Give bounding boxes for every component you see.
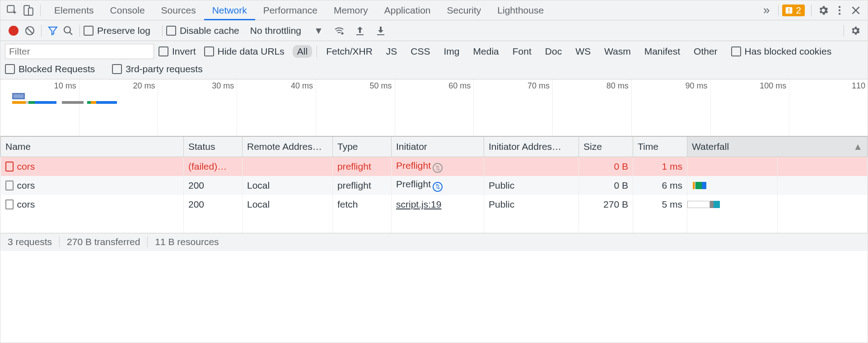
svg-point-10: [64, 27, 70, 33]
filter-chip-ws[interactable]: WS: [571, 45, 595, 58]
timeline-overview[interactable]: 10 ms20 ms30 ms40 ms50 ms60 ms70 ms80 ms…: [0, 79, 868, 136]
timeline-tick: 110: [0, 79, 868, 136]
close-devtools-icon[interactable]: [848, 2, 864, 19]
col-initiator-address[interactable]: Initiator Addres…: [484, 137, 579, 157]
filter-chip-wasm[interactable]: Wasm: [600, 45, 635, 58]
cell-type: preflight: [333, 176, 392, 195]
search-icon[interactable]: [61, 23, 76, 38]
col-initiator[interactable]: Initiator: [392, 137, 484, 157]
checkbox-icon[interactable]: [159, 46, 168, 56]
tab-memory[interactable]: Memory: [326, 0, 376, 20]
device-toolbar-icon[interactable]: [20, 2, 37, 19]
svg-point-8: [839, 13, 840, 14]
cell-size: 270 B: [579, 195, 633, 214]
col-status[interactable]: Status: [184, 137, 243, 157]
settings-icon[interactable]: [815, 2, 831, 19]
cell-initiator: script.js:19: [392, 195, 484, 214]
checkbox-icon[interactable]: [5, 64, 15, 74]
disable-cache-checkbox[interactable]: Disable cache: [166, 25, 239, 36]
cell-initiator-address: [484, 157, 579, 176]
status-bar: 3 requests 270 B transferred 11 B resour…: [0, 233, 868, 251]
file-icon: [5, 199, 14, 209]
col-type[interactable]: Type: [333, 137, 392, 157]
cell-initiator: Preflight⇅: [392, 176, 484, 195]
preserve-log-checkbox[interactable]: Preserve log: [84, 25, 150, 36]
tab-security[interactable]: Security: [439, 0, 489, 20]
network-conditions-icon[interactable]: [331, 23, 347, 38]
sort-arrow-icon: ▲: [853, 141, 863, 152]
svg-rect-5: [789, 12, 789, 13]
request-row[interactable]: cors(failed)…preflightPreflight⇅0 B1 ms: [1, 157, 868, 176]
svg-point-6: [839, 6, 840, 8]
initiator-link[interactable]: script.js:19: [396, 199, 441, 209]
blocked-requests-checkbox[interactable]: Blocked Requests: [5, 64, 95, 74]
filter-chip-img[interactable]: Img: [439, 45, 464, 58]
checkbox-icon[interactable]: [112, 64, 122, 74]
status-resources: 11 B resources: [148, 236, 226, 247]
svg-rect-13: [377, 34, 384, 35]
svg-rect-0: [7, 5, 14, 12]
cell-waterfall: [687, 157, 778, 176]
checkbox-icon[interactable]: [731, 46, 741, 56]
filter-chip-css[interactable]: CSS: [406, 45, 434, 58]
has-blocked-cookies-checkbox[interactable]: Has blocked cookies: [731, 46, 832, 57]
clear-icon[interactable]: [22, 23, 37, 38]
col-name[interactable]: Name: [1, 137, 184, 157]
col-remote-address[interactable]: Remote Addres…: [243, 137, 333, 157]
warnings-badge[interactable]: 2: [782, 5, 805, 16]
checkbox-icon[interactable]: [84, 26, 93, 36]
record-button[interactable]: [9, 26, 19, 36]
filter-chip-font[interactable]: Font: [508, 45, 536, 58]
col-time[interactable]: Time: [633, 137, 687, 157]
cell-name: cors: [1, 195, 184, 214]
timeline-tick-label: 110: [852, 81, 865, 91]
filter-chip-doc[interactable]: Doc: [541, 45, 566, 58]
cell-name: cors: [1, 176, 184, 195]
preserve-log-label: Preserve log: [97, 25, 150, 36]
separator: [41, 25, 42, 37]
col-waterfall[interactable]: Waterfall ▲: [687, 137, 868, 157]
file-icon: [5, 162, 14, 172]
filter-chip-media[interactable]: Media: [469, 45, 504, 58]
download-har-icon[interactable]: [373, 23, 388, 38]
devtools-tabbar: ElementsConsoleSourcesNetworkPerformance…: [0, 0, 868, 20]
cell-remote: [243, 157, 333, 176]
filter-chip-all[interactable]: All: [293, 45, 312, 58]
cell-type: fetch: [333, 195, 392, 214]
more-tabs-button[interactable]: »: [758, 2, 775, 19]
svg-point-7: [839, 9, 840, 11]
filter-chip-manifest[interactable]: Manifest: [640, 45, 685, 58]
filter-input[interactable]: [5, 44, 154, 59]
cell-type: preflight: [333, 157, 392, 176]
request-row[interactable]: cors200LocalpreflightPreflight⇅Public0 B…: [1, 176, 868, 195]
throttling-value: No throttling: [250, 25, 301, 36]
col-waterfall-label: Waterfall: [692, 141, 729, 152]
filter-chip-fetch-xhr[interactable]: Fetch/XHR: [322, 45, 377, 58]
hide-data-urls-checkbox[interactable]: Hide data URLs: [204, 46, 285, 57]
throttling-select[interactable]: No throttling ▼: [250, 25, 323, 36]
col-size[interactable]: Size: [579, 137, 633, 157]
checkbox-icon[interactable]: [204, 46, 214, 56]
tab-lighthouse[interactable]: Lighthouse: [489, 0, 552, 20]
hide-data-urls-label: Hide data URLs: [218, 46, 285, 57]
invert-checkbox[interactable]: Invert: [159, 46, 196, 57]
cell-initiator-address: Public: [484, 195, 579, 214]
checkbox-icon[interactable]: [166, 26, 176, 36]
inspect-element-icon[interactable]: [4, 2, 20, 19]
separator: [811, 5, 812, 16]
filter-chip-js[interactable]: JS: [382, 45, 402, 58]
tab-console[interactable]: Console: [102, 0, 153, 20]
upload-har-icon[interactable]: [352, 23, 368, 38]
filter-toggle-icon[interactable]: [45, 23, 61, 38]
tab-performance[interactable]: Performance: [255, 0, 326, 20]
filter-chip-other[interactable]: Other: [689, 45, 722, 58]
network-settings-icon[interactable]: [848, 23, 863, 38]
tab-elements[interactable]: Elements: [46, 0, 102, 20]
tab-application[interactable]: Application: [376, 0, 439, 20]
tab-sources[interactable]: Sources: [153, 0, 204, 20]
cell-time: 1 ms: [633, 157, 687, 176]
tab-network[interactable]: Network: [204, 0, 255, 20]
third-party-checkbox[interactable]: 3rd-party requests: [112, 64, 202, 74]
kebab-menu-icon[interactable]: [831, 2, 848, 19]
request-row[interactable]: cors200Localfetchscript.js:19Public270 B…: [1, 195, 868, 214]
